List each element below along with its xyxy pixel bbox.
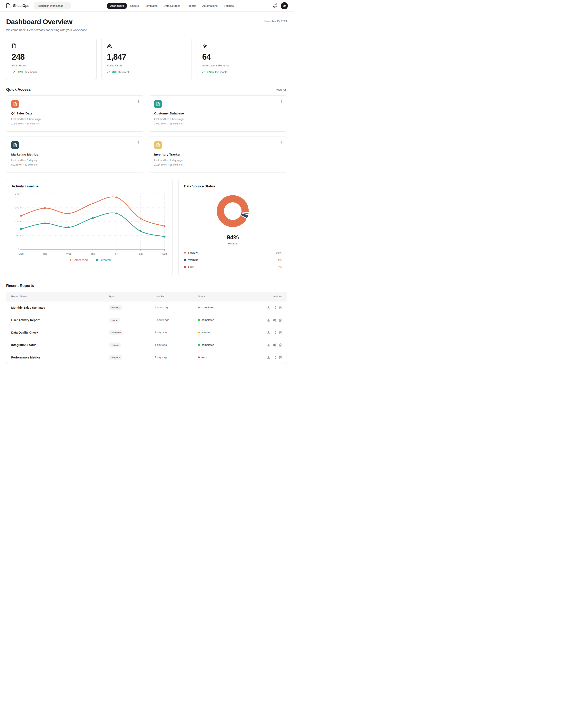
delete-button[interactable]: [279, 343, 282, 347]
sheet-name: Q4 Sales Data: [11, 112, 139, 115]
trending-up-icon: [107, 70, 110, 74]
share-button[interactable]: [273, 306, 276, 309]
share-button[interactable]: [273, 318, 276, 322]
column-header-last-run: Last Run: [155, 295, 198, 298]
legend-item-created: created: [94, 258, 111, 262]
activity-timeline-chart: 060120180240MonTueWedThuFriSatSun: [12, 191, 167, 256]
sheet-file-icon: [11, 141, 19, 149]
sheet-modified: Last modified 5 hours ago: [154, 117, 282, 122]
report-last-run: 1 day ago: [155, 331, 198, 334]
legend-label: processed: [75, 258, 88, 262]
card-menu-button[interactable]: [279, 140, 284, 145]
svg-text:Thu: Thu: [91, 253, 95, 255]
stat-trend-value: +8%: [112, 71, 117, 74]
sheet-dimensions: 3,567 rows × 18 columns: [154, 122, 282, 126]
workspace-label: Production Workspace: [37, 4, 63, 7]
nav-item-automations[interactable]: Automations: [200, 3, 220, 9]
trash-icon: [279, 306, 282, 309]
sheet-dimensions: 892 rows × 32 columns: [11, 163, 139, 167]
sheet-logo-icon: [6, 3, 11, 8]
stat-trend-value: +12%: [16, 71, 23, 74]
report-status: completed: [198, 306, 255, 309]
sheet-dimensions: 1,248 rows × 24 columns: [11, 122, 139, 126]
svg-text:240: 240: [15, 193, 19, 195]
status-legend-value: 4%: [277, 258, 281, 261]
download-button[interactable]: [267, 306, 270, 309]
activity-legend: processed created: [12, 258, 167, 262]
status-text: completed: [202, 343, 214, 346]
nav-item-sheets[interactable]: Sheets: [127, 3, 142, 9]
stat-value: 248: [12, 52, 91, 61]
legend-item-processed: processed: [68, 258, 88, 262]
nav-item-dashboard[interactable]: Dashboard: [107, 3, 127, 9]
share-button[interactable]: [273, 356, 276, 359]
report-last-run: 5 hours ago: [155, 318, 198, 321]
report-status: completed: [198, 343, 255, 346]
download-button[interactable]: [267, 356, 270, 359]
quick-access-card[interactable]: Inventory Tracker Last modified 2 days a…: [149, 137, 287, 173]
view-all-link[interactable]: View All: [275, 88, 287, 91]
users-icon: [107, 43, 112, 48]
sheet-icon: [156, 102, 160, 106]
status-legend-row-error: Error 2%: [184, 263, 281, 271]
share-button[interactable]: [273, 331, 276, 334]
download-button[interactable]: [267, 331, 270, 334]
card-menu-button[interactable]: [136, 99, 141, 104]
share-icon: [273, 331, 276, 334]
nav-item-templates[interactable]: Templates: [142, 3, 161, 9]
card-menu-button[interactable]: [136, 140, 141, 145]
status-text: warning: [202, 331, 211, 334]
sheet-icon: [13, 143, 17, 147]
status-legend-label: Warning: [188, 258, 198, 261]
svg-text:120: 120: [15, 220, 19, 223]
nav-item-data-sources[interactable]: Data Sources: [161, 3, 183, 9]
workspace-switcher[interactable]: Production Workspace: [34, 2, 71, 9]
activity-timeline-panel: Activity Timeline 060120180240MonTueWedT…: [6, 179, 172, 276]
notifications-button[interactable]: [273, 4, 277, 8]
stat-trend-value: +24%: [207, 71, 214, 74]
nav-item-settings[interactable]: Settings: [221, 3, 237, 9]
svg-text:60: 60: [16, 234, 19, 237]
primary-nav: DashboardSheetsTemplatesData SourcesRepo…: [107, 3, 236, 9]
report-type-badge: Validation: [109, 330, 123, 335]
report-last-run: 2 days ago: [155, 356, 198, 359]
delete-button[interactable]: [279, 356, 282, 359]
stat-value: 64: [202, 52, 281, 61]
quick-access-card[interactable]: Customer Database Last modified 5 hours …: [149, 96, 287, 132]
status-text: completed: [202, 318, 214, 321]
sheet-name: Inventory Tracker: [154, 153, 282, 156]
nav-item-reports[interactable]: Reports: [184, 3, 199, 9]
svg-text:Tue: Tue: [43, 253, 47, 255]
sheet-icon: [156, 143, 160, 147]
status-legend-row-healthy: Healthy 94%: [184, 249, 281, 256]
stat-label: Total Sheets: [12, 64, 91, 67]
share-icon: [273, 306, 276, 309]
download-icon: [267, 356, 270, 359]
download-button[interactable]: [267, 343, 270, 347]
download-button[interactable]: [267, 318, 270, 322]
status-legend-value: 2%: [277, 265, 281, 268]
avatar[interactable]: JD: [281, 2, 288, 9]
column-header-type: Type: [109, 295, 154, 298]
delete-button[interactable]: [279, 306, 282, 309]
card-menu-button[interactable]: [279, 99, 284, 104]
stats-row: 248 Total Sheets +12% this month 1,847 A…: [6, 38, 287, 80]
stat-label: Automations Running: [202, 64, 281, 67]
quick-access-card[interactable]: Q4 Sales Data Last modified 2 hours ago …: [6, 96, 144, 132]
legend-marker-icon: [68, 259, 73, 261]
sheet-file-icon: [11, 100, 19, 108]
column-header-report-name: Report Name: [11, 295, 109, 298]
report-last-run: 2 hours ago: [155, 306, 198, 309]
table-row: User Activity Report Usage 5 hours ago c…: [6, 314, 287, 326]
quick-access-card[interactable]: Marketing Metrics Last modified 1 day ag…: [6, 137, 144, 173]
stat-card: 1,847 Active Users +8% this week: [102, 38, 192, 80]
stat-card: 64 Automations Running +24% this month: [196, 38, 287, 80]
delete-button[interactable]: [279, 318, 282, 322]
share-button[interactable]: [273, 343, 276, 347]
sheet-modified: Last modified 2 days ago: [154, 158, 282, 163]
status-legend-value: 94%: [276, 251, 281, 254]
trending-up-icon: [12, 70, 15, 74]
delete-button[interactable]: [279, 331, 282, 334]
status-dot-icon: [184, 259, 186, 261]
trash-icon: [279, 356, 282, 359]
